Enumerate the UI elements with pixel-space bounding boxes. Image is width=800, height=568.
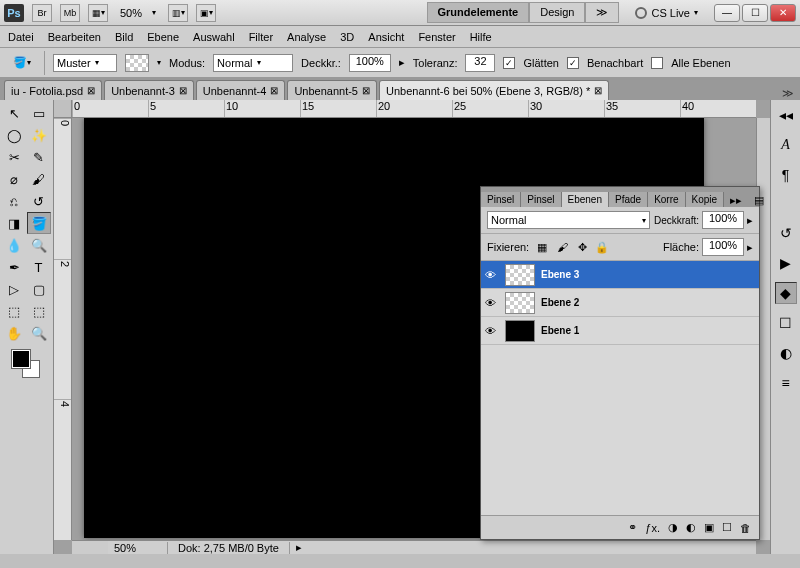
menu-hilfe[interactable]: Hilfe xyxy=(470,31,492,43)
bridge-button[interactable]: Br xyxy=(32,4,52,22)
panel-tab[interactable]: Pinsel xyxy=(481,192,521,207)
lock-transparency-icon[interactable]: ▦ xyxy=(535,240,549,254)
lock-all-icon[interactable]: 🔒 xyxy=(595,240,609,254)
lock-image-icon[interactable]: 🖌 xyxy=(555,240,569,254)
current-tool-icon[interactable]: 🪣▾ xyxy=(8,52,36,74)
paths-panel-icon[interactable]: ◐ xyxy=(775,342,797,364)
layer-thumbnail[interactable] xyxy=(505,264,535,286)
new-layer-icon[interactable]: ☐ xyxy=(722,521,732,534)
lock-position-icon[interactable]: ✥ xyxy=(575,240,589,254)
layer-thumbnail[interactable] xyxy=(505,292,535,314)
move-tool[interactable]: ↖ xyxy=(2,102,26,124)
layer-thumbnail[interactable] xyxy=(505,320,535,342)
cs-live[interactable]: CS Live ▾ xyxy=(635,7,698,19)
layer-opacity-field[interactable]: 100% xyxy=(702,211,744,229)
tabs-overflow[interactable]: ≫ xyxy=(782,87,794,100)
lasso-tool[interactable]: ◯ xyxy=(2,124,26,146)
color-swatches[interactable] xyxy=(2,350,51,380)
brush-tool[interactable]: 🖌 xyxy=(27,168,51,190)
minibridge-button[interactable]: Mb xyxy=(60,4,80,22)
opacity-flyout-icon[interactable]: ▸ xyxy=(747,214,753,227)
link-layers-icon[interactable]: ⚭ xyxy=(628,521,637,534)
3d-tool[interactable]: ⬚ xyxy=(2,300,26,322)
paint-bucket-tool[interactable]: 🪣 xyxy=(27,212,51,234)
eyedropper-tool[interactable]: ✎ xyxy=(27,146,51,168)
document-tab[interactable]: Unbenannt-5⊠ xyxy=(287,80,377,100)
opacity-field[interactable]: 100% xyxy=(349,54,391,72)
history-brush-tool[interactable]: ↺ xyxy=(27,190,51,212)
close-icon[interactable]: ⊠ xyxy=(594,85,602,96)
status-doc-size[interactable]: Dok: 2,75 MB/0 Byte xyxy=(168,542,290,554)
layer-row[interactable]: 👁 Ebene 1 xyxy=(481,317,759,345)
close-icon[interactable]: ⊠ xyxy=(179,85,187,96)
maximize-button[interactable]: ☐ xyxy=(742,4,768,22)
ruler-horizontal[interactable]: 0510152025303540 xyxy=(72,100,756,118)
close-button[interactable]: ✕ xyxy=(770,4,796,22)
visibility-icon[interactable]: 👁 xyxy=(485,325,499,337)
status-zoom[interactable]: 50% xyxy=(108,542,168,554)
menu-bild[interactable]: Bild xyxy=(115,31,133,43)
layers-panel[interactable]: Pinsel Pinsel Ebenen Pfade Korre Kopie ▸… xyxy=(480,186,760,540)
shape-tool[interactable]: ▢ xyxy=(27,278,51,300)
actions-panel-icon[interactable]: ▶ xyxy=(775,252,797,274)
adjustment-layer-icon[interactable]: ◐ xyxy=(686,521,696,534)
layer-name[interactable]: Ebene 3 xyxy=(541,269,579,280)
foreground-color[interactable] xyxy=(12,350,30,368)
layer-fill-field[interactable]: 100% xyxy=(702,238,744,256)
view-extras-button[interactable]: ▦▾ xyxy=(88,4,108,22)
menu-filter[interactable]: Filter xyxy=(249,31,273,43)
adjustments-panel-icon[interactable]: ≡ xyxy=(775,372,797,394)
visibility-icon[interactable]: 👁 xyxy=(485,297,499,309)
ruler-origin[interactable] xyxy=(54,100,72,118)
menu-fenster[interactable]: Fenster xyxy=(418,31,455,43)
minimize-button[interactable]: — xyxy=(714,4,740,22)
document-tab[interactable]: iu - Fotolia.psd⊠ xyxy=(4,80,102,100)
clone-stamp-tool[interactable]: ⎌ xyxy=(2,190,26,212)
panel-tab-ebenen[interactable]: Ebenen xyxy=(562,192,609,207)
layer-name[interactable]: Ebene 2 xyxy=(541,297,579,308)
layer-row[interactable]: 👁 Ebene 2 xyxy=(481,289,759,317)
dodge-tool[interactable]: 🔍 xyxy=(27,234,51,256)
new-group-icon[interactable]: ▣ xyxy=(704,521,714,534)
workspace-design[interactable]: Design xyxy=(529,2,585,23)
menu-ebene[interactable]: Ebene xyxy=(147,31,179,43)
history-panel-icon[interactable]: ↺ xyxy=(775,222,797,244)
blend-mode-dropdown[interactable]: Normal▾ xyxy=(213,54,293,72)
layer-name[interactable]: Ebene 1 xyxy=(541,325,579,336)
panel-tab[interactable]: Pinsel xyxy=(521,192,561,207)
opacity-flyout-icon[interactable]: ▸ xyxy=(399,56,405,69)
character-panel-icon[interactable]: A xyxy=(775,134,797,156)
zoom-dropdown[interactable]: 50%▾ xyxy=(116,7,160,19)
crop-tool[interactable]: ✂ xyxy=(2,146,26,168)
fill-flyout-icon[interactable]: ▸ xyxy=(747,241,753,254)
magic-wand-tool[interactable]: ✨ xyxy=(27,124,51,146)
contiguous-checkbox[interactable]: ✓ xyxy=(567,57,579,69)
panel-menu-icon[interactable]: ▤ xyxy=(748,194,770,207)
menu-bearbeiten[interactable]: Bearbeiten xyxy=(48,31,101,43)
status-flyout[interactable]: ▸ xyxy=(290,541,308,554)
layers-panel-icon[interactable]: ◆ xyxy=(775,282,797,304)
path-selection-tool[interactable]: ▷ xyxy=(2,278,26,300)
healing-brush-tool[interactable]: ⌀ xyxy=(2,168,26,190)
close-icon[interactable]: ⊠ xyxy=(87,85,95,96)
fill-source-dropdown[interactable]: Muster▾ xyxy=(53,54,117,72)
panel-tab[interactable]: Kopie xyxy=(686,192,725,207)
paragraph-panel-icon[interactable]: ¶ xyxy=(775,164,797,186)
menu-3d[interactable]: 3D xyxy=(340,31,354,43)
panel-overflow[interactable]: ▸▸ xyxy=(724,194,748,207)
layer-blend-dropdown[interactable]: Normal▾ xyxy=(487,211,650,229)
arrange-documents-button[interactable]: ▥▾ xyxy=(168,4,188,22)
workspace-grundelemente[interactable]: Grundelemente xyxy=(427,2,530,23)
pen-tool[interactable]: ✒ xyxy=(2,256,26,278)
panel-tab[interactable]: Korre xyxy=(648,192,685,207)
antialias-checkbox[interactable]: ✓ xyxy=(503,57,515,69)
zoom-tool[interactable]: 🔍 xyxy=(27,322,51,344)
all-layers-checkbox[interactable] xyxy=(651,57,663,69)
layer-mask-icon[interactable]: ◑ xyxy=(668,521,678,534)
document-tab[interactable]: Unbenannt-4⊠ xyxy=(196,80,286,100)
pattern-swatch[interactable] xyxy=(125,54,149,72)
type-tool[interactable]: T xyxy=(27,256,51,278)
menu-datei[interactable]: Datei xyxy=(8,31,34,43)
menu-analyse[interactable]: Analyse xyxy=(287,31,326,43)
tolerance-field[interactable]: 32 xyxy=(465,54,495,72)
